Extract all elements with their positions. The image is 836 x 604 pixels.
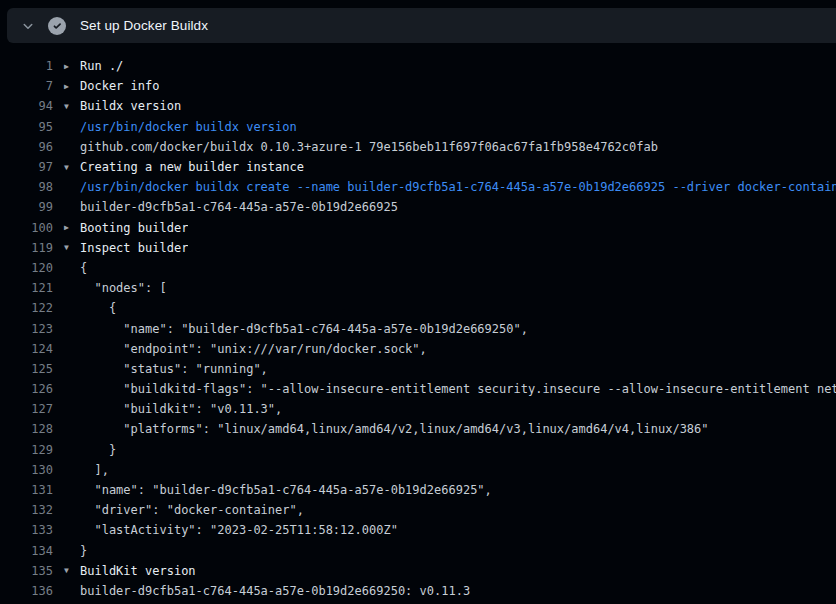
log-text: "buildkitd-flags": "--allow-insecure-ent…: [80, 382, 836, 396]
log-group-title[interactable]: Buildx version: [80, 99, 181, 113]
log-line: 129 }: [0, 440, 836, 460]
step-header[interactable]: Set up Docker Buildx: [7, 8, 836, 43]
log-line: 7▶Docker info: [0, 76, 836, 96]
log-text: ],: [80, 463, 109, 477]
check-circle-icon: [48, 17, 66, 35]
line-number[interactable]: 95: [0, 120, 53, 134]
line-number[interactable]: 124: [0, 342, 53, 356]
log-line: 134}: [0, 541, 836, 561]
log-text: builder-d9cfb5a1-c764-445a-a57e-0b19d2e6…: [80, 584, 470, 598]
line-number[interactable]: 100: [0, 221, 53, 235]
line-number[interactable]: 7: [0, 79, 53, 93]
log-text: "driver": "docker-container",: [80, 503, 304, 517]
log-line: 94▼Buildx version: [0, 96, 836, 116]
log-lines: 1▶Run ./7▶Docker info94▼Buildx version95…: [0, 56, 836, 601]
line-number[interactable]: 127: [0, 402, 53, 416]
chevron-down-icon[interactable]: [21, 19, 35, 33]
log-text: "endpoint": "unix:///var/run/docker.sock…: [80, 342, 427, 356]
log-line: 127 "buildkit": "v0.11.3",: [0, 399, 836, 419]
log-line: 97▼Creating a new builder instance: [0, 157, 836, 177]
log-text: "status": "running",: [80, 362, 268, 376]
triangle-down-icon[interactable]: ▼: [64, 102, 80, 111]
log-line: 99builder-d9cfb5a1-c764-445a-a57e-0b19d2…: [0, 197, 836, 217]
line-number[interactable]: 135: [0, 564, 53, 578]
log-text: "lastActivity": "2023-02-25T11:58:12.000…: [80, 523, 398, 537]
step-title: Set up Docker Buildx: [80, 18, 208, 33]
line-number[interactable]: 94: [0, 99, 53, 113]
log-text: "buildkit": "v0.11.3",: [80, 402, 282, 416]
log-text: }: [80, 443, 116, 457]
line-number[interactable]: 98: [0, 180, 53, 194]
log-text: {: [80, 301, 116, 315]
line-number[interactable]: 126: [0, 382, 53, 396]
log-group-title[interactable]: Creating a new builder instance: [80, 160, 304, 174]
log-line: 100▶Booting builder: [0, 218, 836, 238]
log-line: 128 "platforms": "linux/amd64,linux/amd6…: [0, 419, 836, 439]
triangle-down-icon[interactable]: ▼: [64, 243, 80, 252]
triangle-right-icon[interactable]: ▶: [64, 82, 80, 91]
log-line: 96github.com/docker/buildx 0.10.3+azure-…: [0, 137, 836, 157]
log-group-title[interactable]: Run ./: [80, 59, 123, 73]
line-number[interactable]: 128: [0, 422, 53, 436]
log-line: 122 {: [0, 298, 836, 318]
log-line: 95/usr/bin/docker buildx version: [0, 117, 836, 137]
line-number[interactable]: 119: [0, 241, 53, 255]
line-number[interactable]: 132: [0, 503, 53, 517]
log-text: }: [80, 544, 87, 558]
log-text: {: [80, 261, 87, 275]
line-number[interactable]: 125: [0, 362, 53, 376]
log-line: 130 ],: [0, 460, 836, 480]
log-text: /usr/bin/docker buildx create --name bui…: [80, 180, 836, 194]
log-text: /usr/bin/docker buildx version: [80, 120, 297, 134]
log-line: 136builder-d9cfb5a1-c764-445a-a57e-0b19d…: [0, 581, 836, 601]
log-line: 125 "status": "running",: [0, 359, 836, 379]
log-line: 1▶Run ./: [0, 56, 836, 76]
triangle-right-icon[interactable]: ▶: [64, 62, 80, 71]
log-text: "platforms": "linux/amd64,linux/amd64/v2…: [80, 422, 709, 436]
log-line: 120{: [0, 258, 836, 278]
log-text: "name": "builder-d9cfb5a1-c764-445a-a57e…: [80, 483, 492, 497]
log-group-title[interactable]: Inspect builder: [80, 241, 188, 255]
line-number[interactable]: 130: [0, 463, 53, 477]
line-number[interactable]: 134: [0, 544, 53, 558]
log-line: 131 "name": "builder-d9cfb5a1-c764-445a-…: [0, 480, 836, 500]
log-line: 98/usr/bin/docker buildx create --name b…: [0, 177, 836, 197]
line-number[interactable]: 1: [0, 59, 53, 73]
log-text: "nodes": [: [80, 281, 167, 295]
log-line: 133 "lastActivity": "2023-02-25T11:58:12…: [0, 520, 836, 540]
log-text: github.com/docker/buildx 0.10.3+azure-1 …: [80, 140, 658, 154]
log-text: builder-d9cfb5a1-c764-445a-a57e-0b19d2e6…: [80, 200, 398, 214]
log-text: "name": "builder-d9cfb5a1-c764-445a-a57e…: [80, 322, 528, 336]
line-number[interactable]: 97: [0, 160, 53, 174]
log-line: 135▼BuildKit version: [0, 561, 836, 581]
triangle-down-icon[interactable]: ▼: [64, 163, 80, 172]
line-number[interactable]: 99: [0, 200, 53, 214]
log-line: 126 "buildkitd-flags": "--allow-insecure…: [0, 379, 836, 399]
log-group-title[interactable]: Booting builder: [80, 221, 188, 235]
line-number[interactable]: 121: [0, 281, 53, 295]
log-line: 119▼Inspect builder: [0, 238, 836, 258]
line-number[interactable]: 131: [0, 483, 53, 497]
line-number[interactable]: 129: [0, 443, 53, 457]
triangle-right-icon[interactable]: ▶: [64, 223, 80, 232]
log-group-title[interactable]: Docker info: [80, 79, 159, 93]
log-line: 121 "nodes": [: [0, 278, 836, 298]
line-number[interactable]: 120: [0, 261, 53, 275]
line-number[interactable]: 123: [0, 322, 53, 336]
log-line: 124 "endpoint": "unix:///var/run/docker.…: [0, 339, 836, 359]
line-number[interactable]: 133: [0, 523, 53, 537]
line-number[interactable]: 136: [0, 584, 53, 598]
log-line: 132 "driver": "docker-container",: [0, 500, 836, 520]
log-group-title[interactable]: BuildKit version: [80, 564, 196, 578]
triangle-down-icon[interactable]: ▼: [64, 566, 80, 575]
line-number[interactable]: 122: [0, 301, 53, 315]
line-number[interactable]: 96: [0, 140, 53, 154]
log-line: 123 "name": "builder-d9cfb5a1-c764-445a-…: [0, 318, 836, 338]
